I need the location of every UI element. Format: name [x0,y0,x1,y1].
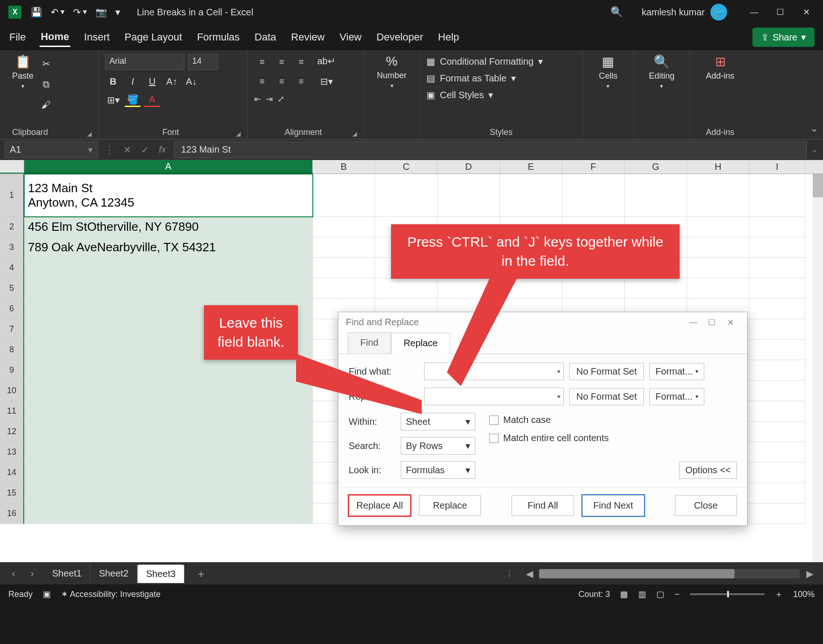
cell-I10[interactable] [749,381,805,401]
column-header-G[interactable]: G [625,160,687,174]
sheet-tab-sheet3[interactable]: Sheet3 [137,564,184,583]
sheet-tab-sheet2[interactable]: Sheet2 [90,564,137,583]
dialog-close-icon[interactable]: ✕ [721,317,740,328]
tab-home[interactable]: Home [40,28,70,47]
hscroll-left-icon[interactable]: ◀ [522,568,536,579]
name-box[interactable]: A1▾ [5,141,98,158]
user-name[interactable]: kamlesh kumar [641,7,705,18]
dialog-maximize-icon[interactable]: ☐ [702,317,721,328]
ribbon-collapse-icon[interactable]: ⌄ [810,122,818,134]
row-header-10[interactable]: 10 [0,381,24,401]
hscroll-right-icon[interactable]: ▶ [803,568,816,579]
editing-button[interactable]: 🔍 Editing ▾ [649,54,675,89]
column-header-D[interactable]: D [438,160,500,174]
conditional-formatting-button[interactable]: ▦Conditional Formatting▾ [426,56,543,67]
decrease-font-icon[interactable]: A↓ [183,74,199,88]
tab-insert[interactable]: Insert [83,28,111,46]
cell-A10[interactable] [24,381,313,401]
row-header-7[interactable]: 7 [0,319,24,340]
cell-I16[interactable] [749,503,805,524]
close-button[interactable]: ✕ [793,2,819,22]
row-header-14[interactable]: 14 [0,463,24,483]
cancel-formula-icon[interactable]: ✕ [120,144,134,155]
cell-G1[interactable] [625,174,687,217]
tab-formulas[interactable]: Formulas [196,28,241,46]
cell-H3[interactable] [687,237,749,258]
merge-cells-icon[interactable]: ⊟▾ [318,74,334,88]
cell-B5[interactable] [313,278,375,299]
zoom-slider[interactable] [690,593,764,595]
cell-B1[interactable] [313,174,375,217]
search-icon[interactable]: 🔍 [610,6,623,18]
view-page-layout-icon[interactable]: ▥ [638,589,646,599]
row-header-8[interactable]: 8 [0,340,24,360]
format-as-table-button[interactable]: ▤Format as Table▾ [426,73,543,84]
cell-E1[interactable] [500,174,562,217]
share-button[interactable]: ⇪ Share ▾ [752,27,815,47]
cell-H2[interactable] [687,217,749,237]
replace-format-button[interactable]: Format...▾ [649,388,704,405]
close-button[interactable]: Close [675,495,737,516]
cell-C1[interactable] [375,174,438,217]
orientation-icon[interactable]: ⤢ [277,94,284,104]
column-header-A[interactable]: A [24,160,313,174]
cell-I9[interactable] [749,360,805,381]
cell-I12[interactable] [749,422,805,442]
replace-all-button[interactable]: Replace All [349,495,411,516]
cell-A16[interactable] [24,503,313,524]
cell-I6[interactable] [749,299,805,319]
font-name-select[interactable]: Arial [105,54,184,70]
cell-H4[interactable] [687,258,749,278]
cell-I2[interactable] [749,217,805,237]
row-header-6[interactable]: 6 [0,299,24,319]
cell-A13[interactable] [24,442,313,463]
column-header-H[interactable]: H [687,160,749,174]
row-header-4[interactable]: 4 [0,258,24,278]
zoom-level[interactable]: 100% [793,590,815,599]
cell-H5[interactable] [687,278,749,299]
cell-A9[interactable] [24,360,313,381]
fill-color-icon[interactable]: 🪣 [125,93,141,107]
sheet-nav-prev-icon[interactable]: ‹ [7,568,20,579]
accept-formula-icon[interactable]: ✓ [138,144,152,155]
lookin-select[interactable]: Formulas▾ [401,461,475,479]
column-header-I[interactable]: I [749,160,805,174]
column-header-F[interactable]: F [562,160,625,174]
vertical-scrollbar[interactable] [813,174,823,562]
undo-icon[interactable]: ↶▾ [51,7,65,18]
minimize-button[interactable]: — [741,2,767,22]
cell-H1[interactable] [687,174,749,217]
row-header-16[interactable]: 16 [0,503,24,524]
cell-I3[interactable] [749,237,805,258]
add-sheet-button[interactable]: ＋ [196,566,207,581]
italic-button[interactable]: I [125,74,141,88]
cell-I14[interactable] [749,463,805,483]
cell-D1[interactable] [438,174,500,217]
tab-view[interactable]: View [338,28,362,46]
chevron-down-icon[interactable]: ▾ [557,368,560,375]
sheet-menu-icon[interactable]: ⋮ [506,569,513,578]
cell-styles-button[interactable]: ▣Cell Styles▾ [426,89,543,101]
formula-expand-icon[interactable]: ⌄ [811,145,817,154]
row-header-15[interactable]: 15 [0,483,24,503]
align-middle-icon[interactable]: ≡ [274,54,290,70]
cell-I15[interactable] [749,483,805,503]
cell-A15[interactable] [24,483,313,503]
insert-dropdown-icon[interactable]: ⋮ [102,144,116,155]
sheet-tab-sheet1[interactable]: Sheet1 [44,564,90,583]
row-header-13[interactable]: 13 [0,442,24,463]
column-header-E[interactable]: E [500,160,562,174]
copy-icon[interactable]: ⧉ [38,77,54,91]
paste-button[interactable]: 📋 Paste ▾ [12,54,34,89]
row-header-3[interactable]: 3 [0,237,24,258]
view-normal-icon[interactable]: ▦ [620,589,628,599]
underline-button[interactable]: U [144,74,160,88]
increase-indent-icon[interactable]: ⇥ [266,94,273,104]
zoom-in-icon[interactable]: ＋ [775,589,783,600]
cells-button[interactable]: ▦ Cells ▾ [599,54,617,89]
alignment-launcher-icon[interactable]: ◢ [352,130,357,137]
cell-A1[interactable]: 123 Main St Anytown, CA 12345 [24,174,313,217]
accessibility-status[interactable]: ✶ Accessibility: Investigate [61,589,161,599]
cell-I8[interactable] [749,340,805,360]
cell-A12[interactable] [24,422,313,442]
